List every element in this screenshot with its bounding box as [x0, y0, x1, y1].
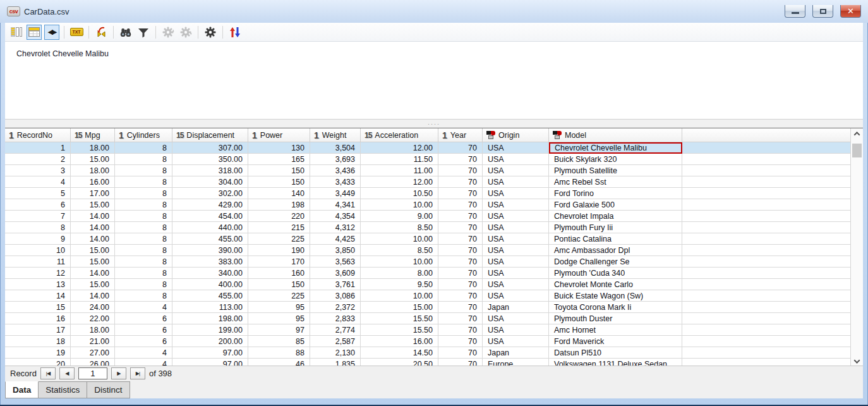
table-cell[interactable]: 70 [438, 222, 483, 233]
table-cell[interactable]: 160 [248, 268, 310, 279]
table-cell[interactable]: 15.00 [71, 279, 115, 290]
table-cell[interactable]: 16.00 [71, 176, 115, 188]
table-cell[interactable]: 4,341 [310, 199, 361, 211]
column-layout-button[interactable] [9, 25, 24, 40]
table-cell[interactable]: 170 [248, 256, 310, 268]
column-header-mpg[interactable]: 15Mpg [71, 128, 115, 142]
table-cell[interactable]: 10.00 [361, 233, 438, 245]
table-cell[interactable]: 27.00 [71, 347, 115, 359]
table-cell[interactable]: 8 [115, 165, 172, 176]
table-cell[interactable]: 8 [5, 222, 71, 233]
table-cell[interactable]: 200.00 [172, 336, 248, 347]
table-cell[interactable]: 95 [248, 302, 310, 313]
column-header-displacement[interactable]: 15Displacement [172, 128, 248, 142]
vertical-scrollbar[interactable] [850, 128, 863, 366]
tab-distinct[interactable]: Distinct [87, 381, 130, 398]
table-cell[interactable]: 70 [438, 199, 483, 211]
table-cell[interactable]: USA [483, 199, 549, 211]
table-cell[interactable]: Plymouth Fury Iii [549, 222, 682, 233]
table-cell[interactable]: 2 [5, 154, 71, 165]
table-cell[interactable]: 15.50 [361, 313, 438, 324]
table-cell[interactable]: 455.00 [172, 290, 248, 302]
table-cell[interactable]: USA [483, 211, 549, 222]
table-cell[interactable]: 340.00 [172, 268, 248, 279]
table-cell[interactable]: 8 [115, 268, 172, 279]
table-cell[interactable]: 225 [248, 290, 310, 302]
tab-data[interactable]: Data [5, 381, 39, 398]
tab-statistics[interactable]: Statistics [39, 381, 87, 398]
table-cell[interactable]: 12.00 [361, 176, 438, 188]
table-cell[interactable]: 3,504 [310, 142, 361, 154]
table-cell[interactable]: 15 [5, 302, 71, 313]
table-cell[interactable]: 3,693 [310, 154, 361, 165]
table-cell[interactable]: 8 [115, 142, 172, 154]
table-cell[interactable]: 15.00 [71, 256, 115, 268]
table-cell[interactable]: 70 [438, 268, 483, 279]
table-cell[interactable]: Datsun Pl510 [549, 347, 682, 359]
table-cell[interactable]: USA [483, 176, 549, 188]
table-cell[interactable]: 318.00 [172, 165, 248, 176]
table-cell[interactable]: USA [483, 142, 549, 154]
table-cell[interactable]: USA [483, 268, 549, 279]
table-cell[interactable]: 16 [5, 313, 71, 324]
table-cell[interactable]: 429.00 [172, 199, 248, 211]
table-cell[interactable]: 150 [248, 176, 310, 188]
table-cell[interactable]: Plymouth 'Cuda 340 [549, 268, 682, 279]
table-cell[interactable]: USA [483, 324, 549, 336]
table-cell[interactable]: 70 [438, 176, 483, 188]
table-cell[interactable]: 400.00 [172, 279, 248, 290]
table-cell[interactable]: 85 [248, 336, 310, 347]
table-cell[interactable]: 14.50 [361, 347, 438, 359]
table-cell[interactable]: 4 [5, 176, 71, 188]
table-cell[interactable]: 8.00 [361, 268, 438, 279]
first-record-button[interactable]: |◀ [40, 367, 56, 379]
scroll-down-button[interactable] [851, 354, 863, 365]
table-cell[interactable]: 4,354 [310, 211, 361, 222]
table-cell[interactable]: 302.00 [172, 188, 248, 199]
table-cell[interactable]: 8.50 [361, 245, 438, 256]
table-cell[interactable]: 6 [115, 336, 172, 347]
table-cell[interactable]: 46 [248, 359, 310, 366]
table-cell[interactable]: 20.50 [361, 359, 438, 366]
table-cell[interactable]: 9.50 [361, 279, 438, 290]
table-cell[interactable]: 14.00 [71, 222, 115, 233]
table-cell[interactable]: 12.00 [361, 142, 438, 154]
table-cell[interactable]: USA [483, 165, 549, 176]
column-header-acceleration[interactable]: 15Acceleration [361, 128, 438, 142]
table-cell[interactable]: 454.00 [172, 211, 248, 222]
table-cell[interactable]: 10.50 [361, 188, 438, 199]
table-cell[interactable]: 8 [115, 188, 172, 199]
table-cell[interactable]: 17 [5, 324, 71, 336]
table-cell[interactable]: 12 [5, 268, 71, 279]
column-header-power[interactable]: 1Power [248, 128, 310, 142]
table-cell[interactable]: 455.00 [172, 233, 248, 245]
table-cell[interactable]: Chevrolet Monte Carlo [549, 279, 682, 290]
table-cell[interactable]: 198 [248, 199, 310, 211]
table-cell[interactable]: 14.00 [71, 290, 115, 302]
table-cell[interactable]: Ford Galaxie 500 [549, 199, 682, 211]
table-cell[interactable]: 15.00 [71, 245, 115, 256]
table-cell[interactable]: 8 [115, 211, 172, 222]
table-cell[interactable]: 70 [438, 302, 483, 313]
table-cell[interactable]: USA [483, 256, 549, 268]
table-cell[interactable]: 9 [5, 233, 71, 245]
table-cell[interactable]: 150 [248, 165, 310, 176]
table-cell[interactable]: 190 [248, 245, 310, 256]
table-cell[interactable]: 10.00 [361, 199, 438, 211]
table-cell[interactable]: Europe [483, 359, 549, 366]
table-cell[interactable]: USA [483, 222, 549, 233]
table-cell[interactable]: Plymouth Duster [549, 313, 682, 324]
table-cell[interactable]: USA [483, 233, 549, 245]
table-cell[interactable]: 10.00 [361, 290, 438, 302]
table-cell[interactable]: 383.00 [172, 256, 248, 268]
table-cell[interactable]: USA [483, 245, 549, 256]
table-cell[interactable]: 8 [115, 256, 172, 268]
cell-preview-panel[interactable]: Chevrolet Chevelle Malibu [5, 42, 863, 119]
table-cell[interactable]: 13 [5, 279, 71, 290]
table-cell[interactable]: 11.00 [361, 165, 438, 176]
table-cell[interactable]: Chevrolet Impala [549, 211, 682, 222]
table-cell[interactable]: 199.00 [172, 324, 248, 336]
table-cell[interactable]: Ford Torino [549, 188, 682, 199]
table-cell[interactable]: 220 [248, 211, 310, 222]
table-cell[interactable]: 17.00 [71, 188, 115, 199]
